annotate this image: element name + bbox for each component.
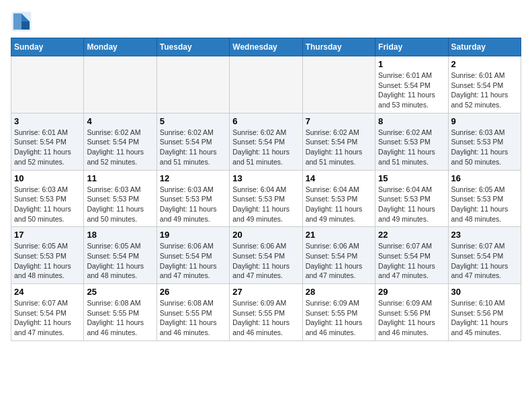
day-number: 30: [451, 287, 518, 297]
day-number: 28: [306, 287, 372, 297]
day-number: 3: [14, 116, 81, 126]
day-info: Sunrise: 6:02 AMSunset: 5:54 PMDaylight:…: [232, 128, 299, 167]
weekday-header: Sunday: [11, 38, 84, 56]
weekday-header: Tuesday: [157, 38, 229, 56]
calendar-cell: 13Sunrise: 6:04 AMSunset: 5:53 PMDayligh…: [230, 170, 302, 227]
day-number: 7: [306, 116, 372, 126]
calendar-table: SundayMondayTuesdayWednesdayThursdayFrid…: [11, 38, 521, 341]
calendar-cell: 2Sunrise: 6:01 AMSunset: 5:54 PMDaylight…: [448, 56, 521, 113]
calendar-cell: 27Sunrise: 6:09 AMSunset: 5:55 PMDayligh…: [230, 284, 302, 341]
day-info: Sunrise: 6:03 AMSunset: 5:53 PMDaylight:…: [14, 185, 81, 224]
day-number: 21: [306, 230, 372, 240]
day-info: Sunrise: 6:01 AMSunset: 5:54 PMDaylight:…: [14, 128, 81, 167]
calendar-cell: 25Sunrise: 6:08 AMSunset: 5:55 PMDayligh…: [84, 284, 157, 341]
calendar-week-row: 24Sunrise: 6:07 AMSunset: 5:54 PMDayligh…: [11, 284, 521, 341]
calendar-cell: 24Sunrise: 6:07 AMSunset: 5:54 PMDayligh…: [11, 284, 84, 341]
day-info: Sunrise: 6:06 AMSunset: 5:54 PMDaylight:…: [306, 241, 372, 281]
svg-marker-3: [13, 13, 21, 30]
calendar-week-row: 17Sunrise: 6:05 AMSunset: 5:53 PMDayligh…: [11, 227, 521, 284]
calendar-cell: 10Sunrise: 6:03 AMSunset: 5:53 PMDayligh…: [11, 170, 84, 227]
calendar-cell: 5Sunrise: 6:02 AMSunset: 5:54 PMDaylight…: [157, 113, 229, 170]
day-info: Sunrise: 6:02 AMSunset: 5:53 PMDaylight:…: [378, 128, 445, 167]
day-info: Sunrise: 6:04 AMSunset: 5:53 PMDaylight:…: [232, 185, 299, 224]
calendar-cell: 30Sunrise: 6:10 AMSunset: 5:56 PMDayligh…: [448, 284, 521, 341]
calendar-cell: 9Sunrise: 6:03 AMSunset: 5:53 PMDaylight…: [448, 113, 521, 170]
calendar-cell: 4Sunrise: 6:02 AMSunset: 5:54 PMDaylight…: [84, 113, 157, 170]
day-info: Sunrise: 6:07 AMSunset: 5:54 PMDaylight:…: [14, 298, 81, 338]
day-number: 25: [87, 287, 153, 297]
day-info: Sunrise: 6:01 AMSunset: 5:54 PMDaylight:…: [378, 71, 445, 110]
calendar-cell: 16Sunrise: 6:05 AMSunset: 5:53 PMDayligh…: [448, 170, 521, 227]
calendar-cell: 7Sunrise: 6:02 AMSunset: 5:54 PMDaylight…: [302, 113, 375, 170]
calendar-cell: 6Sunrise: 6:02 AMSunset: 5:54 PMDaylight…: [230, 113, 302, 170]
day-number: 16: [451, 173, 518, 183]
day-info: Sunrise: 6:07 AMSunset: 5:54 PMDaylight:…: [378, 241, 445, 281]
calendar-cell: 19Sunrise: 6:06 AMSunset: 5:54 PMDayligh…: [157, 227, 229, 284]
day-number: 5: [160, 116, 226, 126]
day-info: Sunrise: 6:01 AMSunset: 5:54 PMDaylight:…: [451, 71, 518, 110]
calendar-cell: [157, 56, 229, 113]
weekday-header: Thursday: [302, 38, 375, 56]
calendar-cell: [302, 56, 375, 113]
day-info: Sunrise: 6:05 AMSunset: 5:53 PMDaylight:…: [451, 185, 518, 224]
day-info: Sunrise: 6:09 AMSunset: 5:56 PMDaylight:…: [378, 298, 445, 338]
calendar-cell: 14Sunrise: 6:04 AMSunset: 5:53 PMDayligh…: [302, 170, 375, 227]
weekday-header: Saturday: [448, 38, 521, 56]
weekday-header: Wednesday: [230, 38, 302, 56]
day-info: Sunrise: 6:02 AMSunset: 5:54 PMDaylight:…: [160, 128, 226, 167]
day-info: Sunrise: 6:06 AMSunset: 5:54 PMDaylight:…: [160, 241, 226, 281]
day-number: 26: [160, 287, 226, 297]
day-info: Sunrise: 6:03 AMSunset: 5:53 PMDaylight:…: [160, 185, 226, 224]
calendar-cell: 28Sunrise: 6:09 AMSunset: 5:55 PMDayligh…: [302, 284, 375, 341]
calendar-week-row: 3Sunrise: 6:01 AMSunset: 5:54 PMDaylight…: [11, 113, 521, 170]
calendar-cell: [11, 56, 84, 113]
weekday-header: Monday: [84, 38, 157, 56]
calendar-cell: 29Sunrise: 6:09 AMSunset: 5:56 PMDayligh…: [375, 284, 448, 341]
calendar-cell: 20Sunrise: 6:06 AMSunset: 5:54 PMDayligh…: [230, 227, 302, 284]
day-info: Sunrise: 6:08 AMSunset: 5:55 PMDaylight:…: [87, 298, 153, 338]
day-info: Sunrise: 6:06 AMSunset: 5:54 PMDaylight:…: [232, 241, 299, 281]
day-number: 14: [306, 173, 372, 183]
calendar-cell: 26Sunrise: 6:08 AMSunset: 5:55 PMDayligh…: [157, 284, 229, 341]
day-number: 12: [160, 173, 226, 183]
day-number: 11: [87, 173, 153, 183]
day-info: Sunrise: 6:08 AMSunset: 5:55 PMDaylight:…: [160, 298, 226, 338]
logo-icon: [11, 11, 32, 32]
day-number: 20: [232, 230, 299, 240]
day-number: 8: [378, 116, 445, 126]
day-info: Sunrise: 6:04 AMSunset: 5:53 PMDaylight:…: [378, 185, 445, 224]
page-header: [11, 11, 521, 32]
day-info: Sunrise: 6:04 AMSunset: 5:53 PMDaylight:…: [306, 185, 372, 224]
day-number: 2: [451, 59, 518, 69]
day-info: Sunrise: 6:02 AMSunset: 5:54 PMDaylight:…: [87, 128, 153, 167]
calendar-cell: 15Sunrise: 6:04 AMSunset: 5:53 PMDayligh…: [375, 170, 448, 227]
day-info: Sunrise: 6:02 AMSunset: 5:54 PMDaylight:…: [306, 128, 372, 167]
day-number: 29: [378, 287, 445, 297]
day-info: Sunrise: 6:05 AMSunset: 5:54 PMDaylight:…: [87, 241, 153, 281]
calendar-cell: 23Sunrise: 6:07 AMSunset: 5:54 PMDayligh…: [448, 227, 521, 284]
day-info: Sunrise: 6:09 AMSunset: 5:55 PMDaylight:…: [306, 298, 372, 338]
day-info: Sunrise: 6:03 AMSunset: 5:53 PMDaylight:…: [451, 128, 518, 167]
calendar-cell: 11Sunrise: 6:03 AMSunset: 5:53 PMDayligh…: [84, 170, 157, 227]
day-number: 19: [160, 230, 226, 240]
day-number: 6: [232, 116, 299, 126]
day-info: Sunrise: 6:07 AMSunset: 5:54 PMDaylight:…: [451, 241, 518, 281]
day-number: 23: [451, 230, 518, 240]
day-number: 15: [378, 173, 445, 183]
calendar-cell: 3Sunrise: 6:01 AMSunset: 5:54 PMDaylight…: [11, 113, 84, 170]
day-number: 13: [232, 173, 299, 183]
day-info: Sunrise: 6:03 AMSunset: 5:53 PMDaylight:…: [87, 185, 153, 224]
logo: [11, 11, 35, 32]
day-number: 22: [378, 230, 445, 240]
calendar-header-row: SundayMondayTuesdayWednesdayThursdayFrid…: [11, 38, 521, 56]
day-info: Sunrise: 6:10 AMSunset: 5:56 PMDaylight:…: [451, 298, 518, 338]
day-number: 18: [87, 230, 153, 240]
day-number: 4: [87, 116, 153, 126]
day-number: 24: [14, 287, 81, 297]
day-number: 1: [378, 59, 445, 69]
svg-marker-2: [21, 21, 30, 30]
day-info: Sunrise: 6:05 AMSunset: 5:53 PMDaylight:…: [14, 241, 81, 281]
calendar-cell: [84, 56, 157, 113]
day-number: 10: [14, 173, 81, 183]
calendar-cell: 12Sunrise: 6:03 AMSunset: 5:53 PMDayligh…: [157, 170, 229, 227]
